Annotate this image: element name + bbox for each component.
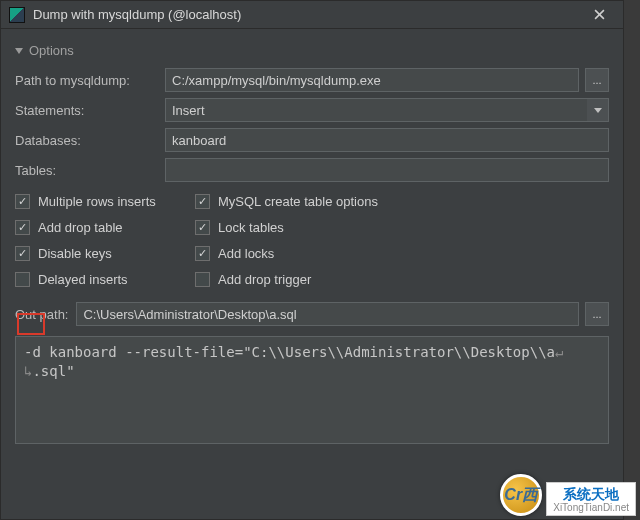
dialog-window: Dump with mysqldump (@localhost) Options…	[0, 0, 624, 520]
chevron-down-icon	[587, 98, 609, 122]
check-delayed-inserts[interactable]: Delayed inserts	[15, 266, 195, 292]
check-add-locks[interactable]: Add locks	[195, 240, 609, 266]
statements-value[interactable]	[165, 98, 587, 122]
dialog-content: Options Path to mysqldump: ... Statement…	[1, 29, 623, 456]
line-wrap-icon: ↵	[555, 344, 563, 360]
title-bar: Dump with mysqldump (@localhost)	[1, 1, 623, 29]
close-icon	[594, 9, 605, 20]
databases-label: Databases:	[15, 133, 165, 148]
checks-col-left: Multiple rows inserts Add drop table Dis…	[15, 188, 195, 292]
options-section-header[interactable]: Options	[15, 43, 609, 58]
check-lock-tables[interactable]: Lock tables	[195, 214, 609, 240]
row-databases: Databases:	[15, 128, 609, 152]
statements-select[interactable]	[165, 98, 609, 122]
window-title: Dump with mysqldump (@localhost)	[33, 7, 583, 22]
check-add-drop-trigger[interactable]: Add drop trigger	[195, 266, 609, 292]
close-button[interactable]	[583, 1, 615, 28]
row-outpath: Out path: ...	[15, 302, 609, 326]
checkbox-icon	[195, 272, 210, 287]
tables-input[interactable]	[165, 158, 609, 182]
tables-label: Tables:	[15, 163, 165, 178]
check-disable-keys[interactable]: Disable keys	[15, 240, 195, 266]
check-mysql-create-table[interactable]: MySQL create table options	[195, 188, 609, 214]
app-icon	[9, 7, 25, 23]
checkbox-icon	[15, 272, 30, 287]
checkbox-icon	[195, 220, 210, 235]
checkbox-icon	[195, 246, 210, 261]
checks-col-right: MySQL create table options Lock tables A…	[195, 188, 609, 292]
chevron-down-icon	[15, 48, 23, 54]
check-label: Disable keys	[38, 246, 112, 261]
checkbox-grid: Multiple rows inserts Add drop table Dis…	[15, 188, 609, 292]
databases-input[interactable]	[165, 128, 609, 152]
right-strip	[624, 0, 640, 520]
check-label: Add locks	[218, 246, 274, 261]
command-preview[interactable]: -d kanboard --result-file="C:\\Users\\Ad…	[15, 336, 609, 444]
statements-label: Statements:	[15, 103, 165, 118]
checkbox-icon	[15, 220, 30, 235]
check-add-drop-table[interactable]: Add drop table	[15, 214, 195, 240]
check-label: Multiple rows inserts	[38, 194, 156, 209]
row-statements: Statements:	[15, 98, 609, 122]
check-label: Add drop trigger	[218, 272, 311, 287]
checkbox-icon	[15, 246, 30, 261]
path-browse-button[interactable]: ...	[585, 68, 609, 92]
checkbox-icon	[15, 194, 30, 209]
check-label: Delayed inserts	[38, 272, 128, 287]
check-label: Add drop table	[38, 220, 123, 235]
check-label: Lock tables	[218, 220, 284, 235]
path-input[interactable]	[165, 68, 579, 92]
row-path: Path to mysqldump: ...	[15, 68, 609, 92]
outpath-input[interactable]	[76, 302, 579, 326]
check-multiple-rows-inserts[interactable]: Multiple rows inserts	[15, 188, 195, 214]
row-tables: Tables:	[15, 158, 609, 182]
outpath-browse-button[interactable]: ...	[585, 302, 609, 326]
cmd-line-1: -d kanboard --result-file="C:\\Users\\Ad…	[24, 344, 555, 360]
cmd-line-2: .sql"	[32, 363, 74, 379]
check-label: MySQL create table options	[218, 194, 378, 209]
options-label: Options	[29, 43, 74, 58]
checkbox-icon	[195, 194, 210, 209]
path-label: Path to mysqldump:	[15, 73, 165, 88]
outpath-label: Out path:	[15, 307, 68, 322]
